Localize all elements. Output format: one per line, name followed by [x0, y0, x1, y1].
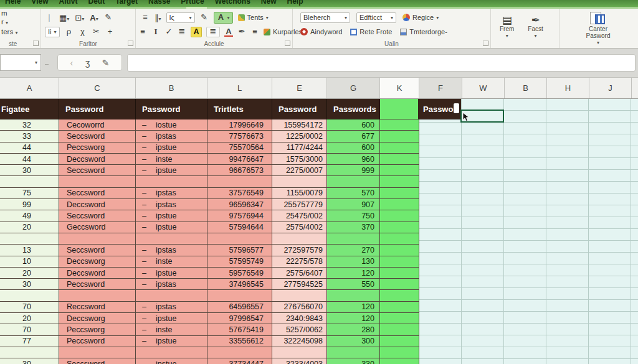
columns-button[interactable]: ∥▾ [155, 12, 161, 23]
formula-input[interactable] [127, 54, 636, 72]
cell-g[interactable]: 677 [327, 131, 380, 142]
cell-b[interactable]: –ipstue [136, 358, 207, 364]
lines-icon[interactable]: ≣ [178, 27, 186, 37]
cell-g[interactable]: 270 [327, 245, 380, 256]
cell-e[interactable]: 2575/6407 [272, 268, 327, 279]
cell-a[interactable]: 70 [0, 302, 59, 313]
cell-b[interactable]: –inste [136, 154, 207, 165]
regice-button[interactable]: Regice▾ [402, 14, 439, 21]
cell-k[interactable] [380, 131, 419, 142]
cell-a[interactable]: 20 [0, 222, 59, 233]
cell-c[interactable]: Deccsworg [59, 256, 136, 268]
cell-e[interactable]: 3233/4003 [272, 358, 327, 364]
scissors-icon[interactable]: ✂ [92, 27, 101, 37]
cell-c[interactable]: Geccsword [59, 222, 136, 233]
cell-b[interactable]: –ipstue [136, 336, 207, 347]
pen-icon[interactable]: ✎ [104, 12, 113, 22]
column-header-B[interactable]: B [505, 78, 547, 98]
fx-icon[interactable]: ʒ [85, 58, 90, 68]
cell-g[interactable]: 300 [327, 336, 380, 347]
cell-g[interactable] [327, 290, 380, 301]
highlight-color-button[interactable]: A [191, 27, 202, 37]
cell-k[interactable] [380, 165, 419, 176]
dialog-launcher-icon[interactable] [285, 40, 290, 46]
cell-b[interactable]: –iostue [136, 119, 207, 131]
cell-l[interactable]: 17996649 [207, 119, 272, 131]
cell-e[interactable]: 1177/4244 [272, 142, 327, 154]
empty-cells-region[interactable] [418, 99, 638, 364]
cell-e[interactable]: 2340:9843 [272, 313, 327, 324]
cell-k[interactable] [380, 336, 419, 347]
cell-b[interactable]: –ipstue [136, 222, 207, 233]
cell-e[interactable]: 1575/3000 [272, 154, 327, 165]
tents-button[interactable]: Tents▾ [238, 14, 269, 21]
italic-icon[interactable]: I [151, 27, 160, 37]
column-header-G[interactable]: G [327, 78, 380, 98]
cell-a[interactable]: 10 [0, 256, 59, 268]
pen-icon[interactable]: ✎ [200, 12, 209, 22]
cell-g[interactable]: 960 [327, 154, 380, 165]
column-header-E[interactable]: E [272, 78, 327, 98]
dialog-launcher-icon[interactable] [128, 40, 133, 46]
cell-k[interactable] [380, 199, 419, 210]
cell-e[interactable]: 2575/4002 [272, 222, 327, 233]
font-color-button[interactable]: A▾ [90, 12, 98, 23]
cell-k[interactable] [380, 119, 419, 131]
cell-c[interactable]: Reccsword [59, 302, 136, 313]
cell-l[interactable]: 33556612 [207, 336, 272, 347]
cell-k[interactable] [380, 245, 419, 256]
cell-l[interactable]: 37734447 [207, 358, 272, 364]
cell-e[interactable]: 155954172 [272, 119, 327, 131]
cell-g[interactable]: 999 [327, 165, 380, 176]
cell-l[interactable] [207, 290, 272, 301]
cell-k[interactable] [380, 313, 419, 324]
cell-a[interactable]: 99 [0, 199, 59, 210]
menu-item-target[interactable]: Target [115, 0, 138, 6]
cell-a[interactable] [0, 176, 59, 187]
cell-c[interactable] [59, 233, 136, 245]
cell-k[interactable] [380, 290, 419, 301]
column-header-A[interactable]: A [0, 78, 59, 98]
cell-a[interactable] [0, 347, 59, 358]
search-icon[interactable]: ρ [65, 27, 74, 37]
cell-e[interactable] [272, 347, 327, 358]
cell-a[interactable] [0, 233, 59, 245]
cell-l[interactable] [207, 347, 272, 358]
cell-e[interactable]: 1155/0079 [272, 188, 327, 199]
cell-c[interactable]: Deccsworg [59, 313, 136, 324]
borders-button[interactable]: ≣ [206, 27, 220, 37]
cell-c[interactable]: Seccsword [59, 131, 136, 142]
feather-pen-icon[interactable]: ✎ [102, 58, 110, 68]
pen2-icon[interactable]: ✒ [237, 27, 246, 37]
header-cell[interactable]: Password [136, 99, 207, 119]
window-format-button[interactable]: ⊡▾ [75, 12, 84, 23]
cell-e[interactable]: 277594525 [272, 279, 327, 290]
clipboard-partial-label[interactable]: m [1, 9, 7, 17]
cell-e[interactable]: 322245098 [272, 336, 327, 347]
cell-k[interactable] [380, 256, 419, 268]
clipboard-dropdown[interactable]: r ▾ [1, 18, 8, 26]
cut-letter-icon[interactable]: χ [79, 27, 87, 37]
cell-c[interactable]: Seccsword [59, 165, 136, 176]
cell-b[interactable] [136, 233, 207, 245]
cell-k[interactable] [380, 358, 419, 364]
cell-c[interactable]: Peccsworg [59, 142, 136, 154]
cell-e[interactable]: 1225/0002 [272, 131, 327, 142]
cell-k[interactable] [380, 176, 419, 187]
plus-icon[interactable]: + [106, 27, 115, 37]
cell-g[interactable]: 550 [327, 279, 380, 290]
cell-a[interactable]: 30 [0, 279, 59, 290]
cell-b[interactable] [136, 176, 207, 187]
cell-c[interactable]: Peccsword [59, 336, 136, 347]
rete-frote-button[interactable]: Rete Frote [350, 28, 392, 35]
cell-c[interactable]: Peccsworg [59, 324, 136, 335]
column-header-F[interactable]: F [419, 78, 462, 98]
cell-c[interactable]: Seccsword [59, 245, 136, 256]
cell-e[interactable]: 272597579 [272, 245, 327, 256]
cell-g[interactable]: 120 [327, 302, 380, 313]
menu-item-wetchons[interactable]: Wetchons [215, 0, 250, 6]
menu-item-hele[interactable]: Hele [5, 0, 21, 6]
align-right-icon[interactable]: ≡ [250, 27, 259, 37]
cell-c[interactable]: Seccsword [59, 358, 136, 364]
check-icon[interactable]: ✓ [164, 27, 173, 37]
